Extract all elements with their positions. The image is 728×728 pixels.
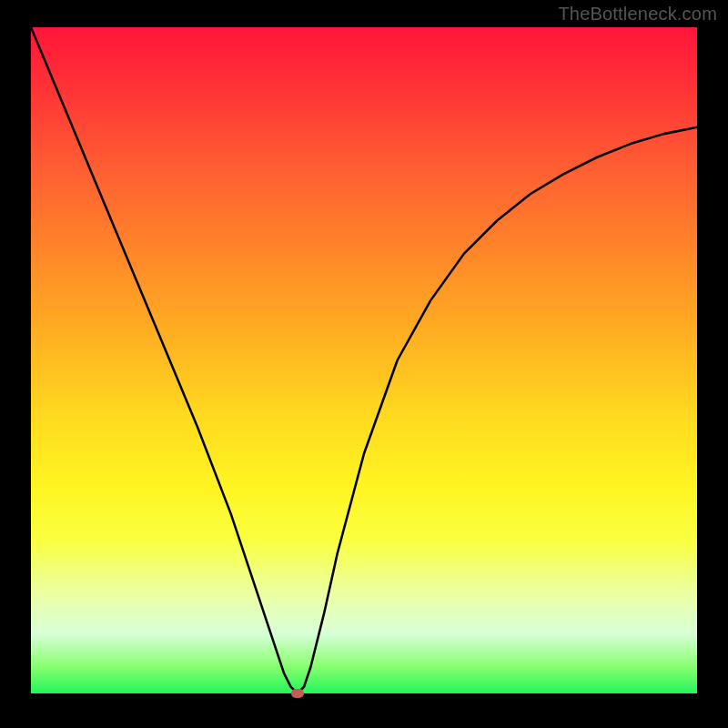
optimal-point-marker [291,689,304,698]
chart-plot-area [31,27,697,693]
watermark-text: TheBottleneck.com [558,4,717,25]
bottleneck-curve [31,27,697,693]
